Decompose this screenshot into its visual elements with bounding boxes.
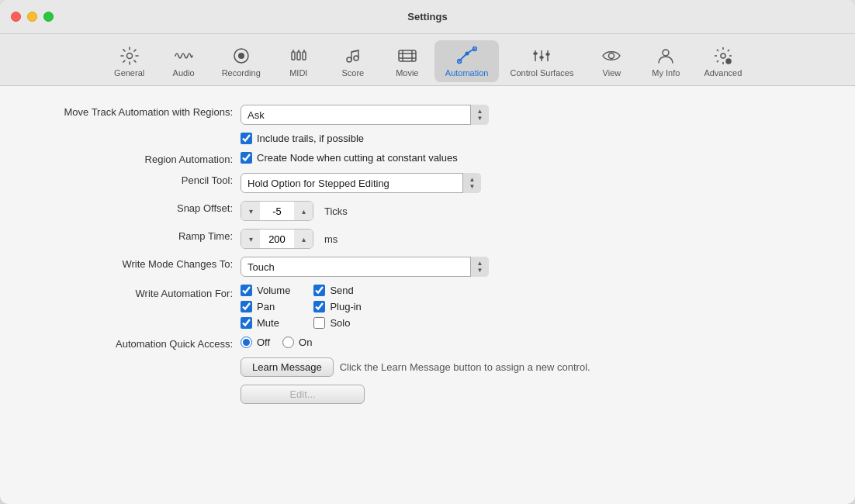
- tab-automation[interactable]: Automation: [434, 40, 500, 82]
- svg-point-21: [726, 59, 731, 64]
- control-surfaces-icon: [531, 45, 552, 67]
- snap-offset-stepper: ▾ ▴: [241, 201, 313, 221]
- pan-checkbox[interactable]: [241, 301, 252, 312]
- toolbar: General Audio Recording: [0, 34, 855, 86]
- quick-access-off-wrapper: Off: [241, 337, 270, 348]
- tab-movie[interactable]: Movie: [380, 40, 434, 82]
- solo-checkbox[interactable]: [313, 317, 325, 329]
- tab-score[interactable]: Score: [326, 40, 380, 82]
- ramp-time-control: ▾ ▴ ms: [241, 229, 338, 249]
- ramp-time-label: Ramp Time:: [39, 229, 241, 242]
- svg-rect-3: [292, 52, 295, 60]
- write-automation-checkboxes: Volume Send Pan Plug-in Mute: [241, 285, 364, 329]
- quick-access-row: Automation Quick Access: Off On: [39, 337, 816, 350]
- snap-offset-control: ▾ ▴ Ticks: [241, 201, 348, 221]
- write-mode-select-wrapper: Touch Latch Write ▲ ▼: [241, 257, 489, 277]
- mute-checkbox[interactable]: [241, 317, 252, 329]
- volume-checkbox[interactable]: [241, 285, 252, 296]
- svg-rect-15: [534, 53, 537, 54]
- tab-general[interactable]: General: [102, 40, 157, 82]
- include-trails-wrapper: Include trails, if possible: [241, 133, 364, 144]
- mute-label: Mute: [257, 317, 279, 329]
- snap-offset-label: Snap Offset:: [39, 201, 241, 214]
- recording-label: Recording: [222, 68, 261, 78]
- pan-label: Pan: [257, 301, 275, 312]
- svg-point-6: [347, 57, 351, 62]
- ramp-time-increment[interactable]: ▴: [294, 229, 313, 249]
- svg-point-9: [465, 52, 469, 56]
- quick-access-off-radio[interactable]: [241, 337, 252, 348]
- write-automation-row: Write Automation For: Volume Send Pan Pl…: [39, 285, 816, 329]
- tab-recording[interactable]: Recording: [211, 40, 272, 82]
- tab-my-info[interactable]: My Info: [639, 40, 693, 82]
- include-trails-checkbox[interactable]: [241, 133, 252, 144]
- view-label: View: [603, 68, 621, 78]
- score-icon: [343, 45, 363, 67]
- audio-label: Audio: [173, 68, 195, 78]
- settings-window: Settings General Audio: [0, 0, 855, 504]
- snap-offset-increment[interactable]: ▴: [294, 201, 313, 221]
- plugin-checkbox[interactable]: [313, 301, 325, 312]
- tab-view[interactable]: View: [584, 40, 639, 82]
- ramp-time-decrement[interactable]: ▾: [241, 229, 260, 249]
- svg-point-20: [721, 54, 725, 58]
- svg-rect-4: [297, 52, 300, 60]
- quick-access-radios: Off On: [241, 337, 312, 348]
- titlebar: Settings: [0, 0, 855, 34]
- svg-point-7: [354, 56, 358, 60]
- my-info-label: My Info: [652, 68, 680, 78]
- ramp-time-value[interactable]: [260, 233, 294, 245]
- pencil-tool-select[interactable]: Hold Option for Stepped Editing Always C…: [241, 173, 481, 193]
- ramp-time-row: Ramp Time: ▾ ▴ ms: [39, 229, 816, 249]
- midi-icon: [289, 45, 309, 67]
- write-mode-select[interactable]: Touch Latch Write: [241, 257, 489, 277]
- snap-offset-unit: Ticks: [324, 205, 348, 217]
- automation-label: Automation: [445, 68, 489, 78]
- write-mode-row: Write Mode Changes To: Touch Latch Write…: [39, 257, 816, 277]
- edit-button[interactable]: Edit...: [241, 385, 365, 404]
- send-label: Send: [330, 285, 353, 296]
- quick-access-on-label: On: [299, 337, 312, 348]
- close-button[interactable]: [11, 12, 21, 22]
- learn-message-button[interactable]: Learn Message: [241, 357, 334, 377]
- volume-label: Volume: [257, 285, 290, 296]
- record-icon: [231, 45, 251, 67]
- tab-midi[interactable]: MIDI: [272, 40, 326, 82]
- include-trails-spacer: [39, 133, 241, 134]
- snap-offset-row: Snap Offset: ▾ ▴ Ticks: [39, 201, 816, 221]
- quick-access-on-wrapper: On: [282, 337, 312, 348]
- svg-rect-8: [399, 50, 416, 61]
- advanced-label: Advanced: [704, 68, 742, 78]
- learn-message-text: Click the Learn Message button to assign…: [340, 361, 590, 373]
- svg-point-2: [238, 53, 244, 59]
- include-trails-label: Include trails, if possible: [257, 133, 364, 144]
- include-trails-row: Include trails, if possible: [39, 133, 816, 144]
- pencil-tool-row: Pencil Tool: Hold Option for Stepped Edi…: [39, 173, 816, 193]
- maximize-button[interactable]: [43, 12, 54, 22]
- move-track-row: Move Track Automation with Regions: Ask …: [39, 105, 816, 125]
- minimize-button[interactable]: [27, 12, 37, 22]
- write-automation-label: Write Automation For:: [39, 285, 241, 299]
- move-track-select[interactable]: Ask Yes No: [241, 105, 489, 125]
- snap-offset-decrement[interactable]: ▾: [241, 201, 260, 221]
- general-label: General: [114, 68, 144, 78]
- svg-point-18: [609, 54, 614, 59]
- send-checkbox[interactable]: [313, 285, 325, 296]
- plugin-label: Plug-in: [330, 301, 361, 312]
- create-node-label: Create Node when cutting at constant val…: [257, 152, 458, 164]
- quick-access-label: Automation Quick Access:: [39, 337, 241, 350]
- quick-access-on-radio[interactable]: [282, 337, 294, 348]
- move-track-select-wrapper: Ask Yes No ▲ ▼: [241, 105, 489, 125]
- write-mode-control: Touch Latch Write ▲ ▼: [241, 257, 489, 277]
- svg-rect-17: [546, 54, 549, 55]
- learn-message-spacer: [39, 357, 241, 359]
- move-track-control: Ask Yes No ▲ ▼: [241, 105, 489, 125]
- tab-audio[interactable]: Audio: [157, 40, 211, 82]
- snap-offset-value[interactable]: [260, 205, 294, 217]
- svg-rect-5: [303, 52, 306, 60]
- tab-control-surfaces[interactable]: Control Surfaces: [499, 40, 584, 82]
- score-label: Score: [341, 68, 364, 78]
- tab-advanced[interactable]: Advanced: [693, 40, 753, 82]
- create-node-checkbox[interactable]: [241, 152, 252, 164]
- pencil-tool-select-wrapper: Hold Option for Stepped Editing Always C…: [241, 173, 481, 193]
